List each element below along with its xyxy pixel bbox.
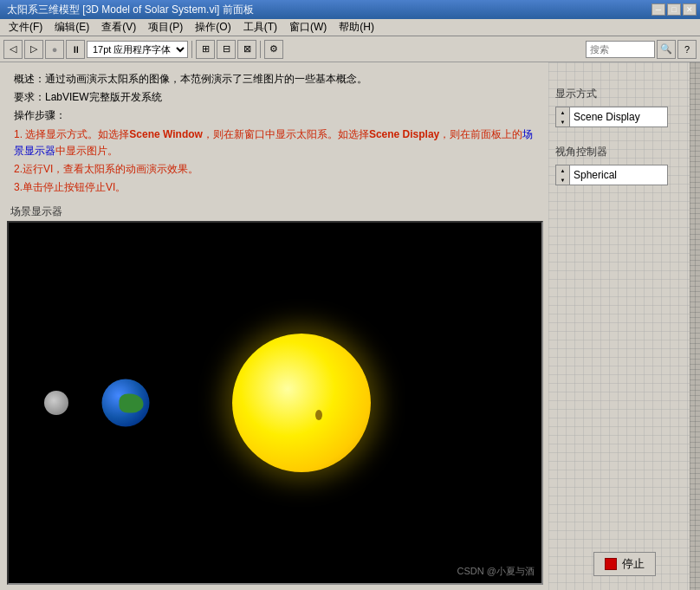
watermark: CSDN @小夏与酒	[457, 565, 535, 578]
desc-step3: 3.单击停止按钮停止VI。	[14, 179, 536, 196]
view-control-label: 视角控制器	[555, 145, 693, 159]
menu-tools[interactable]: 工具(T)	[238, 18, 282, 36]
view-arrows[interactable]: ▲ ▼	[556, 165, 570, 185]
menu-view[interactable]: 查看(V)	[96, 18, 141, 36]
sun	[232, 334, 371, 472]
search-input[interactable]	[586, 41, 655, 58]
toolbar-sep-2	[260, 41, 261, 58]
view-arrow-down-icon[interactable]: ▼	[561, 178, 566, 183]
desc-steps-label: 操作步骤：	[14, 109, 66, 121]
sun-spot	[315, 410, 322, 420]
scene-label: 场景显示器	[7, 204, 543, 219]
window-controls: ─ □ ✕	[651, 3, 697, 16]
scene-display[interactable]: CSDN @小夏与酒	[7, 221, 543, 585]
menu-edit[interactable]: 编辑(E)	[49, 18, 94, 36]
earth-land	[119, 393, 143, 412]
help-button[interactable]: ?	[677, 40, 697, 59]
stop-label: 停止	[622, 556, 645, 572]
maximize-button[interactable]: □	[667, 3, 681, 16]
toolbar-pause[interactable]: ⏸	[66, 40, 85, 59]
minimize-button[interactable]: ─	[651, 3, 665, 16]
close-button[interactable]: ✕	[683, 3, 697, 16]
toolbar-sep-1	[191, 41, 192, 58]
desc-line1: 概述：通过动画演示太阳系的图像，本范例演示了三维图片的一些基本概念。	[14, 71, 536, 88]
menu-window[interactable]: 窗口(W)	[284, 18, 332, 36]
display-mode-label: 显示方式	[555, 87, 693, 101]
desc-step2: 2.运行VI，查看太阳系的动画演示效果。	[14, 161, 536, 178]
display-mode-arrows[interactable]: ▲ ▼	[556, 107, 570, 126]
menu-project[interactable]: 项目(P)	[143, 18, 188, 36]
display-mode-value: Scene Display	[570, 111, 667, 123]
stop-icon	[605, 558, 617, 570]
font-selector[interactable]: 17pt 应用程序字体	[87, 41, 188, 58]
toolbar-forward[interactable]: ▷	[24, 40, 43, 59]
toolbar-align[interactable]: ⊞	[196, 40, 215, 59]
menu-bar: 文件(F) 编辑(E) 查看(V) 项目(P) 操作(O) 工具(T) 窗口(W…	[0, 19, 700, 36]
toolbar-extra[interactable]: ⚙	[264, 40, 283, 59]
menu-file[interactable]: 文件(F)	[3, 18, 48, 36]
stop-section: 停止	[555, 552, 693, 590]
arrow-down-icon[interactable]: ▼	[561, 120, 566, 125]
stop-button[interactable]: 停止	[593, 552, 656, 576]
view-arrow-up-icon[interactable]: ▲	[561, 168, 566, 173]
view-control-group: 视角控制器 ▲ ▼ Spherical	[555, 145, 693, 185]
menu-help[interactable]: 帮助(H)	[334, 18, 379, 36]
toolbar-resize[interactable]: ⊠	[237, 40, 256, 59]
toolbar-back[interactable]: ◁	[3, 40, 23, 59]
desc-summary-label: 概述：通过动画演示太阳系的图像，本范例演示了三维图片的一些基本概念。	[14, 73, 367, 85]
toolbar: ◁ ▷ ● ⏸ 17pt 应用程序字体 ⊞ ⊟ ⊠ ⚙ 🔍 ?	[0, 36, 700, 62]
toolbar-distribute[interactable]: ⊟	[217, 40, 236, 59]
menu-operate[interactable]: 操作(O)	[190, 18, 236, 36]
display-mode-dropdown[interactable]: ▲ ▼ Scene Display	[555, 107, 668, 127]
desc-steps-header: 操作步骤：	[14, 107, 536, 124]
desc-requirement: 要求：LabVIEW完整版开发系统	[14, 91, 162, 103]
view-control-dropdown[interactable]: ▲ ▼ Spherical	[555, 165, 668, 185]
toolbar-run-circle[interactable]: ●	[45, 40, 64, 59]
title-bar: 太阳系三维模型 [3D Model of Solar System.vi] 前面…	[0, 0, 700, 19]
arrow-up-icon[interactable]: ▲	[561, 110, 566, 115]
description-area: 概述：通过动画演示太阳系的图像，本范例演示了三维图片的一些基本概念。 要求：La…	[7, 68, 543, 201]
earth	[102, 379, 150, 427]
moon	[44, 391, 68, 415]
display-mode-group: 显示方式 ▲ ▼ Scene Display	[555, 87, 693, 127]
desc-step1: 1. 选择显示方式。如选择Scene Window，则在新窗口中显示太阳系。如选…	[14, 126, 536, 159]
window-title: 太阳系三维模型 [3D Model of Solar System.vi] 前面…	[7, 3, 254, 17]
view-control-value: Spherical	[570, 169, 667, 181]
search-button[interactable]: 🔍	[657, 40, 676, 59]
desc-line2: 要求：LabVIEW完整版开发系统	[14, 89, 536, 106]
